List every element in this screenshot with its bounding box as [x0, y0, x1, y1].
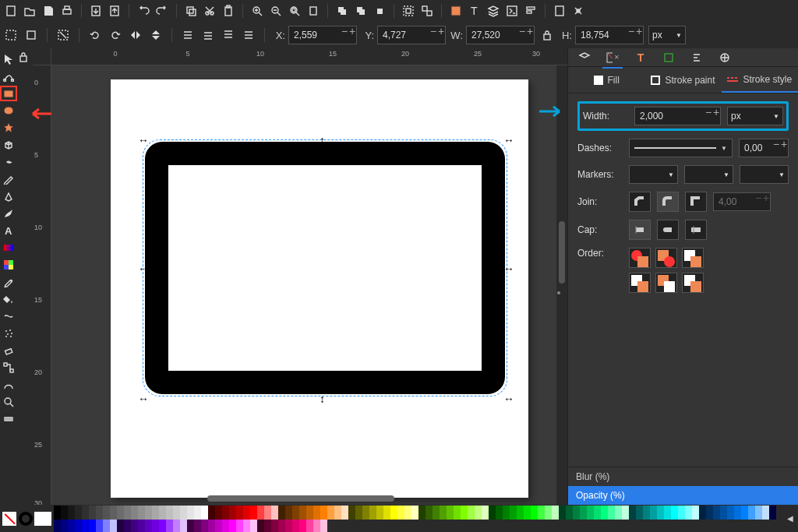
tab-object-icon[interactable]	[662, 51, 676, 65]
color-swatch[interactable]	[173, 520, 180, 532]
color-swatch[interactable]	[306, 506, 313, 520]
order-fsm-icon[interactable]	[629, 248, 651, 268]
color-swatch[interactable]	[510, 506, 517, 520]
color-swatch[interactable]	[173, 506, 180, 520]
h-dec-icon[interactable]: −	[628, 27, 634, 35]
color-swatch[interactable]	[264, 520, 271, 532]
color-swatch[interactable]	[278, 520, 285, 532]
measure-tool-icon[interactable]	[0, 411, 17, 427]
color-swatch[interactable]	[678, 506, 685, 520]
zoom-fit-icon[interactable]	[287, 3, 302, 19]
color-swatch[interactable]	[222, 506, 229, 520]
order-mfs-icon[interactable]	[629, 273, 651, 293]
import-icon[interactable]	[88, 3, 104, 19]
color-swatch[interactable]	[201, 520, 208, 532]
resize-handle-se[interactable]: ↔	[503, 393, 514, 403]
color-swatch[interactable]	[145, 506, 152, 520]
color-swatch[interactable]	[755, 506, 762, 520]
color-swatch[interactable]	[531, 506, 538, 520]
copy-icon[interactable]	[183, 3, 199, 19]
selector-tool-icon[interactable]	[0, 51, 17, 67]
save-icon[interactable]	[41, 3, 56, 19]
color-swatch[interactable]	[250, 520, 257, 532]
color-swatch[interactable]	[96, 506, 103, 520]
color-swatch[interactable]	[355, 506, 362, 520]
color-swatch[interactable]	[327, 506, 334, 520]
color-swatch[interactable]	[475, 506, 482, 520]
color-swatch[interactable]	[131, 520, 138, 532]
color-swatch[interactable]	[68, 506, 75, 520]
color-swatch[interactable]	[229, 506, 236, 520]
color-swatch[interactable]	[75, 506, 82, 520]
raise-top-icon[interactable]	[180, 27, 196, 43]
color-swatch[interactable]	[187, 520, 194, 532]
select-same-icon[interactable]	[23, 27, 39, 43]
width-inc-icon[interactable]: +	[713, 108, 719, 116]
width-dec-icon[interactable]: −	[705, 108, 711, 116]
color-swatch[interactable]	[657, 506, 664, 520]
panel-grip-icon[interactable]	[557, 291, 560, 294]
color-swatch[interactable]	[96, 520, 103, 532]
color-swatch[interactable]	[376, 506, 383, 520]
fill-stroke-dialog-icon[interactable]	[448, 3, 464, 19]
canvas[interactable]: ↔ ↕ ↔ ↔ ↔ ↔ ↕ ↔	[51, 65, 556, 505]
color-swatch[interactable]	[124, 520, 131, 532]
x-inc-icon[interactable]: +	[349, 27, 355, 35]
color-swatch[interactable]	[741, 506, 748, 520]
resize-handle-nw[interactable]: ↔	[138, 134, 149, 145]
color-swatch[interactable]	[503, 506, 510, 520]
join-bevel-icon[interactable]	[629, 192, 651, 212]
color-swatch[interactable]	[257, 520, 264, 532]
color-swatch[interactable]	[334, 506, 341, 520]
black-ring-swatch[interactable]	[19, 512, 33, 526]
color-swatch[interactable]	[166, 506, 173, 520]
no-fill-swatch[interactable]	[2, 512, 16, 526]
color-swatch[interactable]	[236, 506, 243, 520]
unlink-clone-icon[interactable]	[372, 3, 387, 19]
raise-icon[interactable]	[200, 27, 216, 43]
color-swatch[interactable]	[397, 506, 404, 520]
dash-dec-icon[interactable]: −	[773, 140, 779, 148]
lpe-tool-icon[interactable]	[0, 377, 17, 393]
color-swatch[interactable]	[292, 520, 299, 532]
color-swatch[interactable]	[285, 520, 292, 532]
eraser-tool-icon[interactable]	[0, 343, 17, 358]
color-swatch[interactable]	[433, 506, 440, 520]
lower-bottom-icon[interactable]	[241, 27, 256, 43]
marker-end-select[interactable]: ▼	[740, 165, 789, 184]
w-inc-icon[interactable]: +	[527, 27, 533, 35]
join-miter-icon[interactable]	[685, 192, 707, 212]
ungroup-icon[interactable]	[419, 3, 435, 19]
color-swatch[interactable]	[117, 506, 124, 520]
color-swatch[interactable]	[82, 520, 89, 532]
color-swatch[interactable]	[320, 520, 327, 532]
blur-row[interactable]: Blur (%)	[568, 467, 798, 486]
y-dec-icon[interactable]: −	[430, 27, 436, 35]
select-all-layers-icon[interactable]	[3, 27, 19, 43]
color-swatch[interactable]	[159, 506, 166, 520]
undo-icon[interactable]	[136, 3, 151, 19]
color-swatch[interactable]	[411, 506, 418, 520]
color-swatch[interactable]	[720, 506, 727, 520]
unit-select[interactable]: px▼	[648, 26, 686, 44]
color-swatch[interactable]	[440, 506, 447, 520]
color-swatch[interactable]	[138, 506, 145, 520]
color-swatch[interactable]	[348, 506, 355, 520]
color-swatch[interactable]	[468, 506, 475, 520]
tab-text-icon[interactable]: T	[634, 51, 648, 65]
color-swatch[interactable]	[68, 520, 75, 532]
color-swatch[interactable]	[425, 506, 433, 520]
export-icon[interactable]	[107, 3, 122, 19]
prefs-icon[interactable]	[552, 3, 567, 19]
color-swatch[interactable]	[313, 506, 320, 520]
color-swatch[interactable]	[229, 520, 236, 532]
pen-tool-icon[interactable]	[0, 188, 17, 204]
duplicate-icon[interactable]	[334, 3, 350, 19]
color-swatch[interactable]	[264, 506, 271, 520]
opacity-row[interactable]: Opacity (%)	[568, 486, 798, 505]
resize-handle-e[interactable]: ↔	[503, 262, 514, 273]
rounded-rectangle-shape[interactable]	[145, 142, 505, 394]
color-swatch[interactable]	[82, 506, 89, 520]
group-icon[interactable]	[401, 3, 416, 19]
y-inc-icon[interactable]: +	[438, 27, 444, 35]
